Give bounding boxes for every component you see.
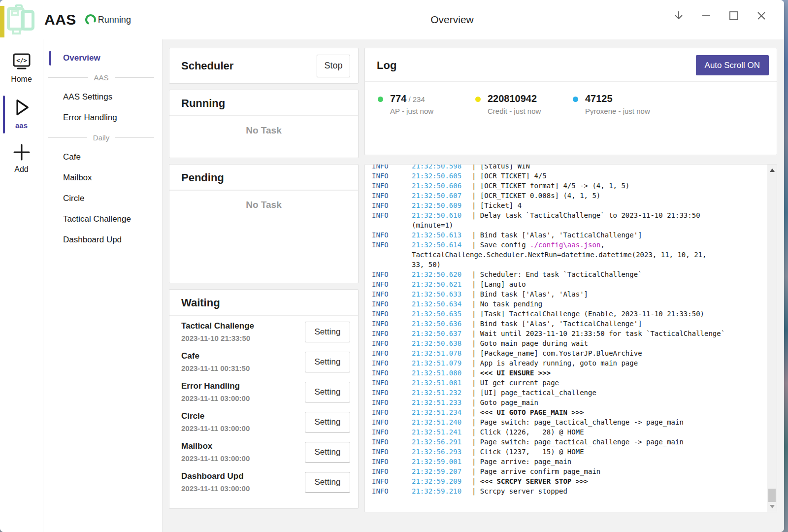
nav-item-error-handling[interactable]: Error Handling <box>43 107 162 128</box>
waiting-task-name: Mailbox <box>181 441 305 451</box>
waiting-task-row: Cafe 2023-11-11 00:31:50 Setting <box>181 347 350 377</box>
log-scrollbar[interactable] <box>767 165 777 512</box>
waiting-task-row: Tactical Challenge 2023-11-10 21:33:50 S… <box>181 317 350 347</box>
log-entry: INFO21:32:59.207| Page arrive confirm pa… <box>372 466 765 476</box>
log-entry: INFO21:32:51.079| App is already running… <box>372 358 765 368</box>
nav-active-indicator <box>49 51 51 66</box>
overview-main: Scheduler Stop Running No Task Pending N… <box>163 39 784 532</box>
nav-item-tactical-challenge[interactable]: Tactical Challenge <box>43 209 162 230</box>
play-icon <box>12 98 32 117</box>
stat-value: 220810942 <box>488 93 537 104</box>
rail-item-aas[interactable]: aas <box>0 95 43 134</box>
nav-item-label: Circle <box>63 194 84 203</box>
log-entry: INFO21:32:51.233| Goto page_main <box>372 398 765 407</box>
log-entry: INFO21:32:51.081| UI get current page <box>372 378 765 388</box>
log-entry: INFO21:32:59.210| Scrcpy server stopped <box>372 486 765 496</box>
stat-dot-icon <box>475 97 481 102</box>
waiting-task-name: Error Handling <box>181 381 305 391</box>
nav-group-label: Daily <box>93 133 109 142</box>
nav-active-indicator <box>49 170 51 186</box>
stat-value: 774 <box>390 93 406 104</box>
auto-scroll-toggle-button[interactable]: Auto Scroll ON <box>696 55 769 75</box>
running-card: Running No Task <box>169 90 359 158</box>
nav-item-aas-settings[interactable]: AAS Settings <box>43 87 162 107</box>
scheduler-status-text: Running <box>98 15 131 25</box>
log-entry: INFO21:32:50.633| Bind task ['Alas', 'Al… <box>372 289 765 299</box>
page-title: Overview <box>430 14 474 26</box>
task-setting-button[interactable]: Setting <box>305 322 350 342</box>
rail-item-add[interactable]: Add <box>0 140 43 179</box>
plus-icon <box>12 143 31 161</box>
active-indicator-bar <box>3 96 5 133</box>
waiting-task-row: Dashboard Upd 2023-11-11 03:00:00 Settin… <box>181 467 350 497</box>
stat-suffix: / 234 <box>408 95 425 103</box>
download-update-button[interactable] <box>665 2 692 30</box>
waiting-task-row: Error Handling 2023-11-11 03:00:00 Setti… <box>181 377 350 407</box>
rail-item-home[interactable]: </> Home <box>0 49 43 89</box>
nav-group-divider: AAS <box>43 68 162 87</box>
nav-item-mailbox[interactable]: Mailbox <box>43 167 162 188</box>
nav-item-cafe[interactable]: Cafe <box>43 147 162 167</box>
stat-dot-icon <box>573 97 578 102</box>
stat-label: Credit - just now <box>488 107 541 115</box>
desktop-edge-strip <box>0 6 4 37</box>
pending-card: Pending No Task <box>169 164 359 283</box>
scrollbar-up-arrow[interactable] <box>767 165 777 175</box>
nav-item-overview[interactable]: Overview <box>43 48 162 68</box>
task-setting-button[interactable]: Setting <box>305 382 350 402</box>
nav-item-dashboard-upd[interactable]: Dashboard Upd <box>43 230 162 250</box>
scrollbar-down-arrow[interactable] <box>767 501 777 512</box>
task-setting-button[interactable]: Setting <box>305 412 350 432</box>
task-setting-button[interactable]: Setting <box>305 472 350 493</box>
log-entry: INFO21:32:50.614| Save config ./config\a… <box>372 240 765 269</box>
nav-group-divider: Daily <box>43 128 162 147</box>
rail-aas-label: aas <box>15 121 28 130</box>
title-bar: AAS Running Overview <box>0 0 784 39</box>
nav-active-indicator <box>49 211 51 227</box>
nav-active-indicator <box>49 191 51 206</box>
nav-item-circle[interactable]: Circle <box>43 188 162 209</box>
log-entry: INFO21:32:50.598| [Status] WIN <box>372 165 765 171</box>
log-entry: INFO21:32:50.607| [OCR_TICKET 0.008s] (4… <box>372 191 765 200</box>
log-entry: INFO21:32:50.605| [OCR_TICKET] 4/5 <box>372 171 765 181</box>
log-entry: INFO21:32:51.232| [UI] page_tactical_cha… <box>372 388 765 398</box>
pending-title: Pending <box>181 171 346 184</box>
nav-active-indicator <box>49 149 51 165</box>
nav-item-label: Tactical Challenge <box>63 214 131 224</box>
app-rail: </> Home aas Add <box>0 39 43 532</box>
scheduler-card: Scheduler Stop <box>169 48 359 84</box>
rail-home-label: Home <box>11 75 32 84</box>
waiting-task-name: Circle <box>181 411 305 421</box>
scrollbar-thumb[interactable] <box>768 489 776 502</box>
log-entry: INFO21:32:56.291| Page switch: page_tact… <box>372 437 765 447</box>
nav-active-indicator <box>49 89 51 105</box>
stat-label: AP - just now <box>390 107 433 115</box>
scheduler-title: Scheduler <box>181 60 317 72</box>
close-button[interactable] <box>748 2 775 30</box>
waiting-task-name: Cafe <box>181 351 305 361</box>
waiting-title: Waiting <box>181 297 346 309</box>
scheduler-stop-button[interactable]: Stop <box>317 55 350 77</box>
log-title: Log <box>377 59 696 72</box>
log-entry: INFO21:32:50.610| Delay task `TacticalCh… <box>372 210 765 230</box>
app-name: AAS <box>44 11 76 28</box>
log-entry: INFO21:32:50.613| Bind task ['Alas', 'Ta… <box>372 230 765 240</box>
waiting-card: Waiting Tactical Challenge 2023-11-10 21… <box>169 289 359 509</box>
running-empty-text: No Task <box>169 125 358 136</box>
nav-item-label: Error Handling <box>63 113 117 123</box>
nav-item-label: Mailbox <box>63 173 92 183</box>
stat-value: 47125 <box>585 93 613 104</box>
waiting-task-next-run: 2023-11-10 21:33:50 <box>181 334 305 342</box>
nav-item-label: AAS Settings <box>63 92 112 102</box>
task-setting-button[interactable]: Setting <box>305 352 350 372</box>
waiting-task-name: Tactical Challenge <box>181 321 305 331</box>
log-entry: INFO21:32:50.609| [Ticket] 4 <box>372 200 765 210</box>
maximize-button[interactable] <box>720 2 748 30</box>
pending-empty-text: No Task <box>169 200 358 210</box>
log-card: Log Auto Scroll ON 774/ 234 AP - just no… <box>364 48 777 155</box>
waiting-task-next-run: 2023-11-11 03:00:00 <box>181 424 305 432</box>
task-setting-button[interactable]: Setting <box>305 442 350 463</box>
minimize-button[interactable] <box>692 2 720 30</box>
log-entry: INFO21:32:51.080| <<< UI ENSURE >>> <box>372 368 765 378</box>
stat-dot-icon <box>378 97 383 102</box>
